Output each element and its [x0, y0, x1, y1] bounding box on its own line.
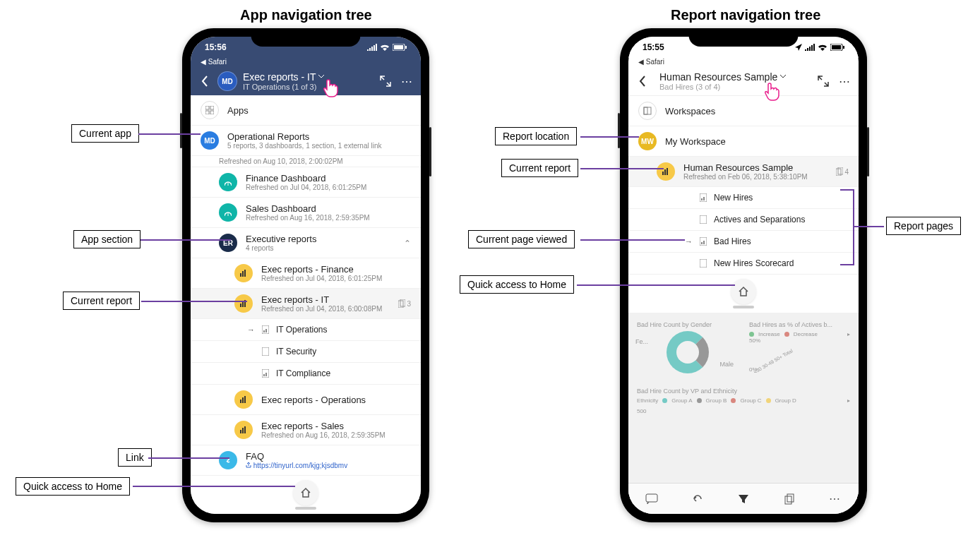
comment-icon[interactable] — [645, 493, 658, 505]
svg-rect-27 — [244, 426, 246, 433]
chevron-right-icon[interactable]: ▸ — [847, 397, 850, 404]
chevron-up-icon: ⌄ — [404, 238, 411, 248]
callout-report-location: Report location — [495, 127, 577, 145]
sheet-grabber[interactable] — [295, 507, 316, 510]
exec-section-title: Executive reports — [246, 234, 395, 244]
exec-finance-row[interactable]: Exec reports - Finance Refreshed on Jul … — [191, 258, 421, 289]
exec-sales-row[interactable]: Exec reports - Sales Refreshed on Aug 16… — [191, 415, 421, 445]
status-time: 15:56 — [205, 42, 227, 52]
dashboard-icon — [219, 173, 237, 191]
operational-sub: 5 reports, 3 dashboards, 1 section, 1 ex… — [227, 142, 411, 150]
home-button[interactable] — [293, 480, 318, 505]
legend-dot-increase — [749, 332, 754, 337]
status-back-link[interactable]: ◀ Safari — [628, 58, 859, 67]
chart-card-ethnicity[interactable]: Bad Hire Count by VP and Ethnicity Ethni… — [634, 385, 853, 477]
exec-ops-title: Exec reports - Operations — [261, 395, 411, 405]
status-indicators — [367, 44, 407, 51]
svg-rect-17 — [265, 329, 267, 332]
undo-icon[interactable] — [691, 493, 704, 505]
svg-rect-8 — [242, 271, 244, 277]
ethnicity-label: Ethnicity — [637, 397, 658, 404]
sheet-grabber[interactable] — [733, 306, 754, 308]
ytick-50: 50% — [749, 337, 760, 344]
header-subtitle: Bad Hires (3 of 4) — [659, 83, 812, 91]
my-workspace-row[interactable]: MW My Workspace — [628, 126, 859, 157]
it-operations-page[interactable]: → IT Operations — [191, 319, 421, 341]
exec-operations-row[interactable]: Exec reports - Operations — [191, 385, 421, 415]
more-icon[interactable]: ⋯ — [829, 492, 842, 505]
current-indicator-icon: → — [247, 325, 255, 334]
exec-it-row[interactable]: Exec reports - IT Refreshed on Jul 04, 2… — [191, 289, 421, 319]
it-ops-label: IT Operations — [276, 325, 327, 335]
it-security-page[interactable]: IT Security — [191, 341, 421, 363]
partial-sub: Refreshed on Aug 10, 2018, 2:00:02PM — [219, 157, 411, 165]
scorecard-page[interactable]: New Hires Scorecard — [628, 253, 859, 275]
it-compliance-page[interactable]: IT Compliance — [191, 363, 421, 385]
hr-sample-row[interactable]: Human Resources Sample Refreshed on Feb … — [628, 157, 859, 187]
callout-current-report-left: Current report — [63, 292, 140, 310]
app-header: MD Exec reports - IT IT Operations (1 of… — [191, 67, 421, 95]
header-title-block[interactable]: Exec reports - IT IT Operations (1 of 3) — [243, 71, 374, 91]
svg-rect-41 — [700, 215, 707, 224]
phone-frame-right: 15:55 ◀ Safari Human Resources Sample Ba… — [620, 28, 867, 522]
my-workspace-title: My Workspace — [665, 136, 849, 147]
finance-dashboard-row[interactable]: Finance Dashboard Refreshed on Jul 04, 2… — [191, 167, 421, 198]
more-icon[interactable]: ⋯ — [401, 75, 414, 88]
expand-icon[interactable] — [818, 76, 829, 87]
svg-rect-44 — [703, 241, 705, 244]
filter-icon[interactable] — [737, 493, 750, 505]
bad-hires-label: Bad Hires — [714, 236, 751, 246]
header-title-block[interactable]: Human Resources Sample Bad Hires (3 of 4… — [659, 71, 812, 91]
ytick-500: 500 — [637, 408, 850, 414]
svg-rect-1 — [394, 45, 403, 49]
svg-rect-24 — [244, 396, 246, 403]
svg-rect-21 — [265, 373, 267, 376]
operational-reports-row[interactable]: MD Operational Reports 5 reports, 3 dash… — [191, 126, 421, 156]
svg-rect-25 — [240, 430, 241, 433]
app-avatar: MD — [201, 131, 219, 150]
sales-dashboard-row[interactable]: Sales Dashboard Refreshed on Aug 16, 201… — [191, 198, 421, 228]
status-back-link[interactable]: ◀ Safari — [191, 58, 421, 67]
card-title: Bad Hire Count by VP and Ethnicity — [637, 388, 850, 395]
it-sec-label: IT Security — [276, 347, 316, 356]
chevron-right-icon[interactable]: ▸ — [847, 331, 850, 337]
workspaces-row[interactable]: Workspaces — [628, 96, 859, 126]
back-button[interactable] — [198, 74, 212, 88]
link-icon — [219, 451, 237, 469]
bad-hires-page[interactable]: → Bad Hires — [628, 231, 859, 253]
exec-finance-sub: Refreshed on Jul 04, 2018, 6:01:25PM — [261, 275, 411, 282]
svg-rect-9 — [244, 270, 246, 277]
pages-icon — [836, 167, 843, 176]
diagram-title-right: Report navigation tree — [671, 7, 820, 23]
nav-tree-content: Apps MD Operational Reports 5 reports, 3… — [191, 95, 421, 514]
ethnicity-legend: Ethnicity Group A Group B Group C Group … — [637, 397, 850, 404]
donut-chart — [667, 331, 709, 373]
back-button[interactable] — [635, 74, 650, 88]
actives-page[interactable]: Actives and Separations — [628, 209, 859, 231]
page-icon — [698, 236, 708, 246]
finance-dash-title: Finance Dashboard — [246, 173, 411, 184]
pages-icon — [398, 299, 405, 308]
workspaces-icon — [638, 102, 657, 120]
chart-card-actives[interactable]: Bad Hires as % of Actives b... Increase … — [746, 318, 853, 380]
page-icon — [698, 215, 708, 224]
location-icon — [795, 44, 802, 51]
dashboard-icon — [219, 203, 237, 222]
svg-rect-43 — [701, 242, 703, 244]
svg-rect-23 — [242, 397, 244, 403]
more-icon[interactable]: ⋯ — [839, 75, 851, 88]
new-hires-page[interactable]: New Hires — [628, 187, 859, 209]
chart-card-gender[interactable]: Bad Hire Count by Gender Fe... Male — [634, 318, 741, 380]
exec-it-title: Exec reports - IT — [261, 294, 390, 305]
status-time: 15:55 — [643, 42, 664, 52]
exec-sales-title: Exec reports - Sales — [261, 421, 411, 431]
partial-row[interactable]: Refreshed on Aug 10, 2018, 2:00:02PM — [191, 156, 421, 167]
faq-link-row[interactable]: FAQ https://tinyurl.com/kjg;kjsdbmv — [191, 445, 421, 476]
executive-reports-section[interactable]: ER Executive reports 4 reports ⌄ — [191, 228, 421, 258]
expand-icon[interactable] — [380, 76, 391, 87]
callout-report-pages: Report pages — [886, 217, 961, 235]
copy-icon[interactable] — [783, 493, 796, 505]
svg-rect-33 — [662, 172, 664, 175]
home-button[interactable] — [731, 279, 756, 304]
apps-row[interactable]: Apps — [191, 95, 421, 126]
